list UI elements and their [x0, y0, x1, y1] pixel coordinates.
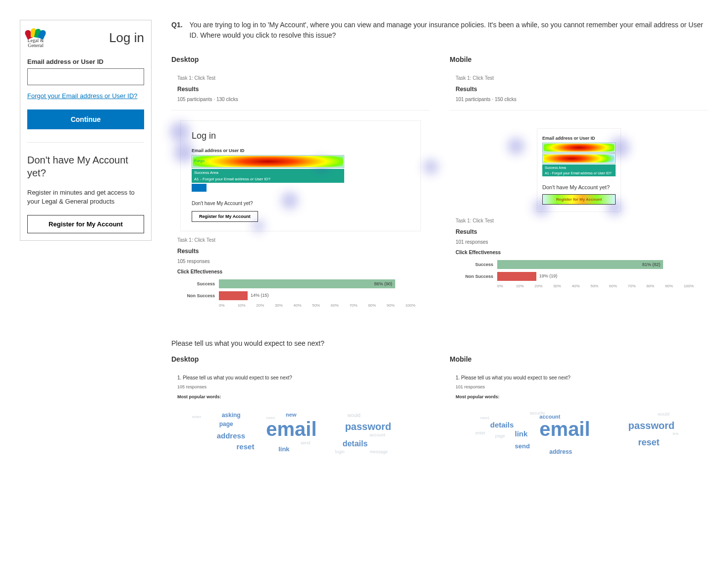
mock-register-button: Register for My Account	[542, 194, 616, 205]
mock-register-button: Register for My Account	[192, 211, 258, 222]
desktop-effectiveness-panel: Task 1: Click Test Results 105 responses…	[171, 231, 430, 316]
content-column: Q1. You are trying to log in to 'My Acco…	[171, 20, 708, 465]
login-card: Legal & General Log in Email address or …	[20, 20, 152, 241]
success-label: Success	[456, 262, 493, 267]
question-number: Q1.	[171, 20, 183, 41]
mobile-wordcloud-col: Mobile 1. Please tell us what you would …	[450, 355, 708, 465]
results-label: Results	[456, 228, 702, 235]
mobile-heading: Mobile	[450, 55, 708, 63]
success-area-label: Success Area	[542, 164, 616, 170]
divider	[27, 142, 144, 143]
email-input[interactable]	[27, 68, 144, 85]
nonsuccess-label: Non Success	[456, 274, 493, 279]
desktop-heading: Desktop	[171, 55, 430, 63]
desktop-responses: 105 responses	[177, 259, 424, 264]
forgot-link[interactable]: Forgot your Email address or User ID?	[27, 92, 144, 100]
mobile-wordcloud: email password reset details link send a…	[456, 404, 702, 459]
desktop-wordcloud-col: Desktop 1. Please tell us what you would…	[171, 355, 430, 465]
mobile-column: Mobile Task 1: Click Test Results 101 pa…	[450, 55, 708, 325]
axis: 0%10%20%30%40%50%60%70%80%90%100%	[456, 284, 702, 288]
wc-question: 1. Please tell us what you would expect …	[456, 375, 702, 380]
mobile-responses: 101 responses	[456, 239, 702, 245]
mobile-participants: 101 participants · 150 clicks	[456, 97, 702, 102]
nonsuccess-bar	[219, 291, 248, 300]
effectiveness-title: Click Effectiveness	[456, 250, 702, 255]
effectiveness-title: Click Effectiveness	[177, 269, 424, 274]
desktop-wordcloud-panel: 1. Please tell us what you would expect …	[171, 369, 430, 465]
mock-subhead: Don't have My Account yet?	[542, 184, 616, 190]
desktop-clicktest-panel: Task 1: Click Test Results 105 participa…	[171, 69, 430, 110]
mobile-heading: Mobile	[450, 355, 708, 363]
desktop-heatmap: Log in Email address or User ID Forgo Su…	[180, 120, 421, 231]
success-area-link: A1 - Forgot your Email address or User I…	[542, 170, 616, 176]
mock-field-label: Email address or User ID	[542, 136, 616, 141]
wc-responses: 105 responses	[177, 384, 424, 389]
success-bar-row: Success 86% (90)	[177, 279, 424, 288]
results-label: Results	[456, 86, 702, 93]
login-title: Log in	[109, 30, 144, 46]
mock-field-label: Email address or User ID	[192, 148, 410, 153]
no-account-heading: Don't have My Account yet?	[27, 154, 144, 179]
results-label: Results	[177, 86, 424, 93]
wc-responses: 101 responses	[456, 384, 702, 389]
task-label: Task 1: Click Test	[177, 237, 424, 243]
nonsuccess-bar-row: Non Success 14% (15)	[177, 291, 424, 300]
nonsuccess-label: Non Success	[177, 293, 215, 298]
heatmap-hotzone	[542, 143, 616, 153]
heatmap-hotzone	[542, 154, 616, 163]
success-label: Success	[177, 281, 215, 286]
email-label: Email address or User ID	[27, 58, 144, 65]
mobile-heatmap: Email address or User ID Success Area A1…	[537, 128, 621, 212]
desktop-participants: 105 participants · 130 clicks	[177, 97, 424, 102]
wc-popular-label: Most popular words:	[456, 394, 702, 399]
mobile-clicktest-panel: Task 1: Click Test Results 101 participa…	[450, 69, 708, 110]
brand-logo: Legal & General	[27, 27, 44, 48]
no-account-text: Register in minutes and get access to yo…	[27, 188, 144, 206]
task-label: Task 1: Click Test	[456, 218, 702, 223]
followup-heading: Please tell us what you would expect to …	[171, 339, 708, 347]
success-bar-row: Success 81% (82)	[456, 260, 702, 269]
nonsuccess-bar	[497, 272, 536, 281]
success-bar: 86% (90)	[219, 279, 395, 288]
success-bar: 81% (82)	[497, 260, 663, 269]
success-area-link: A1 - Forgot your Email address or User I…	[192, 176, 344, 183]
task-label: Task 1: Click Test	[456, 75, 702, 81]
desktop-wordcloud: email password details reset address lin…	[177, 404, 424, 459]
mock-subhead: Don't have My Account yet?	[192, 201, 410, 206]
success-area-label: Success Area	[192, 169, 344, 176]
desktop-heading: Desktop	[171, 355, 430, 363]
nonsuccess-pct: 14% (15)	[251, 293, 269, 298]
mock-title: Log in	[192, 131, 410, 141]
wc-popular-label: Most popular words:	[177, 394, 424, 399]
nonsuccess-pct: 19% (19)	[539, 273, 558, 278]
mobile-wordcloud-panel: 1. Please tell us what you would expect …	[450, 369, 708, 465]
wc-question: 1. Please tell us what you would expect …	[177, 375, 424, 380]
mobile-effectiveness-panel: Task 1: Click Test Results 101 responses…	[450, 212, 708, 296]
heatmap-hotzone: Forgo	[192, 155, 344, 168]
task-label: Task 1: Click Test	[177, 75, 424, 81]
nonsuccess-bar-row: Non Success 19% (19)	[456, 272, 702, 281]
question-text: You are trying to log in to 'My Account'…	[190, 20, 708, 41]
umbrella-icon	[27, 27, 44, 37]
register-button[interactable]: Register for My Account	[27, 215, 144, 233]
results-label: Results	[177, 248, 424, 255]
axis: 0%10%20%30%40%50%60%70%80%90%100%	[177, 303, 424, 308]
desktop-column: Desktop Task 1: Click Test Results 105 p…	[171, 55, 430, 325]
continue-button[interactable]: Continue	[27, 109, 144, 129]
question-block: Q1. You are trying to log in to 'My Acco…	[171, 20, 708, 41]
